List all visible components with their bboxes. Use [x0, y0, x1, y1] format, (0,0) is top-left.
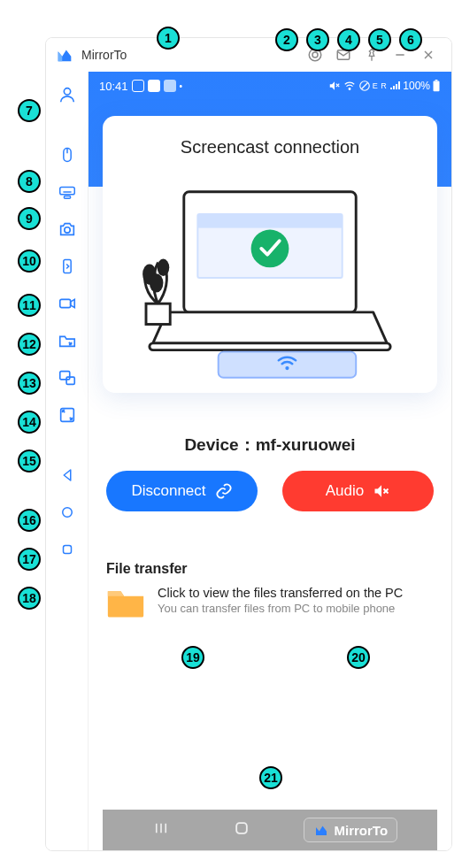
mouse-icon[interactable]	[50, 137, 85, 173]
callout-6: 6	[399, 28, 422, 51]
svg-rect-42	[219, 352, 357, 378]
svg-point-43	[285, 366, 289, 370]
nav-brand-pill[interactable]: MirrorTo	[304, 818, 398, 842]
device-label: Device：	[184, 435, 255, 454]
svg-point-1	[312, 52, 318, 58]
callout-2: 2	[275, 28, 298, 51]
callout-3: 3	[306, 28, 329, 51]
svg-point-28	[349, 88, 350, 90]
mute-icon	[328, 80, 341, 92]
callout-11: 11	[18, 294, 41, 317]
file-transfer-title: File transfer	[103, 561, 437, 577]
svg-point-36	[251, 230, 289, 268]
svg-rect-17	[64, 196, 70, 199]
screencast-card: Screencast connection	[103, 116, 437, 393]
network-type: E R	[373, 81, 388, 90]
device-line: Device：mf-xuruowei	[103, 393, 437, 471]
svg-point-7	[64, 88, 70, 95]
svg-point-40	[158, 259, 170, 276]
battery-icon	[432, 80, 441, 92]
disconnect-button[interactable]: Disconnect	[106, 471, 258, 511]
svg-rect-25	[63, 546, 71, 554]
svg-rect-22	[66, 377, 74, 384]
audio-label: Audio	[326, 482, 364, 500]
callout-1: 1	[157, 27, 180, 50]
screencast-illustration	[115, 172, 425, 384]
app-body: 10:41 • E R 100% iMyFone MirrorTo	[46, 72, 451, 850]
status-app-icon	[148, 80, 160, 92]
svg-rect-37	[150, 343, 390, 350]
svg-point-18	[64, 227, 69, 233]
callout-20: 20	[347, 646, 370, 669]
callout-14: 14	[18, 411, 41, 434]
mirror-cast-icon[interactable]	[50, 360, 85, 396]
nav-brand-label: MirrorTo	[335, 823, 389, 838]
svg-point-41	[150, 273, 164, 292]
svg-rect-31	[434, 81, 440, 91]
callout-13: 13	[18, 372, 41, 395]
keyboard-icon[interactable]	[50, 174, 85, 210]
link-icon	[215, 482, 233, 500]
callout-19: 19	[181, 646, 204, 669]
speaker-mute-icon	[373, 482, 390, 500]
file-transfer-row[interactable]: Click to view the files transferred on t…	[103, 586, 437, 619]
svg-rect-10	[59, 188, 74, 195]
card-title: Screencast connection	[115, 137, 425, 157]
mirrored-screen: 10:41 • E R 100% iMyFone MirrorTo	[89, 72, 451, 850]
audio-button[interactable]: Audio	[282, 471, 434, 511]
button-row: Disconnect Audio	[103, 471, 437, 511]
callout-17: 17	[18, 548, 41, 571]
status-time: 10:41	[99, 80, 128, 93]
svg-rect-49	[236, 823, 247, 833]
file-transfer-line2: You can transfer files from PC to mobile…	[158, 602, 403, 615]
folder-icon	[106, 586, 145, 619]
toolbar-sidebar	[46, 72, 89, 850]
video-record-icon[interactable]	[50, 286, 85, 321]
callout-15: 15	[18, 449, 41, 472]
file-transfer-line1: Click to view the files transferred on t…	[158, 586, 403, 600]
android-status-bar: 10:41 • E R 100%	[89, 72, 451, 100]
fullscreen-icon[interactable]	[50, 397, 85, 433]
callout-18: 18	[18, 587, 41, 610]
no-sim-icon	[358, 80, 371, 92]
svg-rect-20	[59, 299, 70, 307]
callout-7: 7	[18, 99, 41, 122]
callout-21: 21	[259, 766, 282, 789]
disconnect-label: Disconnect	[131, 482, 205, 500]
callout-16: 16	[18, 509, 41, 532]
svg-rect-38	[146, 303, 170, 324]
signal-icon	[389, 81, 401, 91]
svg-point-24	[62, 508, 72, 518]
svg-line-30	[361, 83, 367, 89]
callout-5: 5	[368, 28, 391, 51]
callout-8: 8	[18, 170, 41, 193]
folder-transfer-icon[interactable]	[50, 323, 85, 358]
app-logo-icon	[55, 45, 74, 65]
status-app-icon	[132, 80, 144, 92]
recents-icon[interactable]	[50, 532, 85, 567]
callout-4: 4	[337, 28, 360, 51]
svg-rect-21	[59, 372, 69, 380]
android-nav-bar: MirrorTo	[103, 810, 437, 850]
svg-rect-19	[63, 260, 70, 273]
status-right: E R 100%	[328, 80, 441, 92]
camera-icon[interactable]	[50, 211, 85, 247]
back-icon[interactable]	[50, 457, 85, 493]
callout-12: 12	[18, 333, 41, 356]
nav-home-icon[interactable]	[224, 814, 259, 846]
status-more-icon: •	[180, 81, 184, 91]
device-name: mf-xuruowei	[256, 435, 356, 454]
callout-9: 9	[18, 207, 41, 230]
svg-rect-35	[197, 214, 342, 228]
phone-content: Screencast connection	[89, 187, 451, 850]
svg-rect-32	[435, 80, 438, 81]
status-app-icon	[164, 80, 176, 92]
callout-10: 10	[18, 250, 41, 273]
nav-recents-icon[interactable]	[142, 815, 180, 845]
account-icon[interactable]	[50, 77, 85, 112]
app-window: MirrorTo	[45, 37, 452, 851]
app-title: MirrorTo	[81, 48, 127, 62]
brand-logo-icon	[313, 822, 329, 838]
phone-screen-icon[interactable]	[50, 249, 85, 284]
home-icon[interactable]	[50, 495, 85, 530]
